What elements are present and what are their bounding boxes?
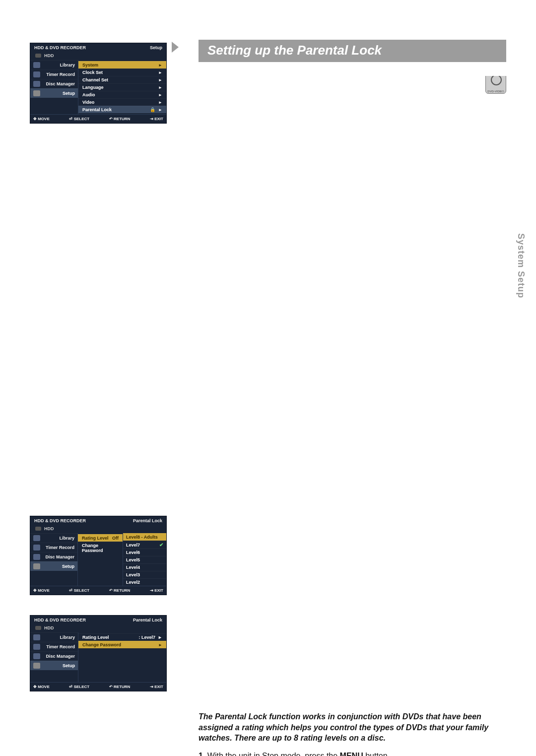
menu-channel-set: Channel Set [82,77,108,82]
main-steps: With the unit in Stop mode, press the ME… [199,751,506,756]
disc-icon [33,81,40,87]
disc-icon [33,554,40,560]
sidebar-item-disc: Disc Manager [43,81,75,86]
menu-language: Language [82,85,104,90]
level4: Level4 [126,565,140,570]
foot-select: ⏎ SELECT [69,588,89,593]
level6: Level6 [126,550,140,555]
level5: Level5 [126,557,140,562]
gear-icon [33,563,40,569]
foot-move: ✥ MOVE [33,117,50,121]
foot-exit: ⇥ EXIT [150,685,163,689]
timer-icon [33,545,40,550]
side-tab-label: System Setup [516,233,526,298]
osd-corner: Setup [150,45,162,50]
menu-rating-level: Rating Level [82,635,109,640]
menu-video: Video [82,100,94,105]
intro-text: The Parental Lock function works in conj… [199,711,506,744]
sidebar-item-disc: Disc Manager [43,654,75,659]
dvd-video-icon: DVD-VIDEO [485,76,506,94]
osd-corner: Parental Lock [133,518,162,523]
osd-corner: Parental Lock [133,618,162,622]
osd-pl-panel: Rating Level: Level7 ► Change Password► [78,632,166,682]
page-title: Setting up the Parental Lock [199,40,506,62]
rating-level-value: Off [112,536,119,541]
level2: Level2 [126,580,140,585]
sidebar-item-disc: Disc Manager [43,554,74,559]
sidebar-item-library: Library [43,63,75,68]
osd-footbar: ✥ MOVE ⏎ SELECT ↶ RETURN ⇥ EXIT [30,114,166,123]
lock-icon: 🔒 [150,107,155,112]
sidebar-item-library: Library [43,536,74,541]
foot-exit: ⇥ EXIT [150,588,163,593]
chevron-right-icon: ► [158,643,162,647]
chevron-right-icon: ► [158,85,162,90]
hdd-icon [35,527,41,531]
menu-change-password: Change Password [82,642,121,647]
step1: With the unit in Stop mode, press the ME… [199,751,506,756]
menu-audio: Audio [82,92,95,97]
sidebar-item-library: Library [43,635,75,640]
chevron-right-icon: ► [158,70,162,75]
sidebar-item-setup: Setup [43,564,74,569]
sidebar-item-timer: Timer Record [43,72,75,77]
disc-icon [33,653,40,659]
menu-system: System [82,63,98,68]
foot-move: ✥ MOVE [33,685,50,689]
sidebar-item-timer: Timer Record [43,545,74,550]
menu-clock-set: Clock Set [82,70,103,75]
menu-change-password: Change Password [82,543,119,553]
osd-hdd-label: HDD [44,625,54,630]
level8: Level8 - Adults [126,535,158,540]
library-icon [33,634,40,640]
gear-icon [33,663,40,669]
gear-icon [33,90,40,96]
osd-footbar: ✥ MOVE ⏎ SELECT ↶ RETURN ⇥ EXIT [30,682,166,691]
osd-sidebar: Library Timer Record Disc Manager Setup [30,533,77,586]
chevron-right-icon: ► [158,93,162,97]
foot-exit: ⇥ EXIT [150,117,163,121]
osd-footbar: ✥ MOVE ⏎ SELECT ↶ RETURN ⇥ EXIT [30,586,166,595]
hdd-icon [35,626,41,630]
foot-move: ✥ MOVE [33,588,50,593]
osd-change-password: HDD & DVD RECORDER Parental Lock HDD Lib… [30,615,167,691]
library-icon [33,62,40,68]
foot-return: ↶ RETURN [109,685,131,689]
osd-sidebar: Library Timer Record Disc Manager Setup [30,60,78,114]
chevron-right-icon: ► [158,100,162,105]
osd-pl-panel: Rating LevelOff Change Password [77,533,123,586]
osd-rating-level: HDD & DVD RECORDER Parental Lock HDD Lib… [30,516,167,595]
osd-sidebar: Library Timer Record Disc Manager Setup [30,632,78,682]
osd-title: HDD & DVD RECORDER [34,618,86,622]
check-icon: ✔ [159,542,163,548]
osd-setup-menu: HDD & DVD RECORDER Setup HDD Library Tim… [30,43,167,124]
osd-hdd-label: HDD [44,526,54,531]
chevron-right-icon: ► [158,78,162,82]
osd-title: HDD & DVD RECORDER [34,45,86,50]
menu-parental-lock: Parental Lock [82,107,112,112]
sidebar-item-setup: Setup [43,663,75,668]
level7: Level7 [126,543,140,548]
sidebar-item-timer: Timer Record [43,644,75,649]
foot-select: ⏎ SELECT [69,117,89,121]
foot-select: ⏎ SELECT [69,685,89,689]
sidebar-item-setup: Setup [43,91,75,96]
foot-return: ↶ RETURN [109,117,131,121]
hdd-icon [35,54,41,58]
level3: Level3 [126,572,140,577]
chevron-right-icon: ► [158,108,162,112]
osd-title: HDD & DVD RECORDER [34,518,86,523]
foot-return: ↶ RETURN [109,588,131,593]
timer-icon [33,71,40,77]
timer-icon [33,644,40,650]
chevron-right-icon: ► [158,63,162,68]
right-column: Setting up the Parental Lock DVD-VIDEO T… [199,40,506,756]
osd-setup-panel: System► Clock Set► Channel Set► Language… [78,60,166,114]
rating-level-value: : Level7 ► [139,635,162,640]
left-column: HDD & DVD RECORDER Setup HDD Library Tim… [30,40,179,711]
library-icon [33,535,40,541]
osd-hdd-label: HDD [44,53,54,58]
osd-level-list: Level8 - Adults Level7✔ Level6 Level5 Le… [123,533,166,586]
menu-rating-level: Rating Level [82,536,109,541]
